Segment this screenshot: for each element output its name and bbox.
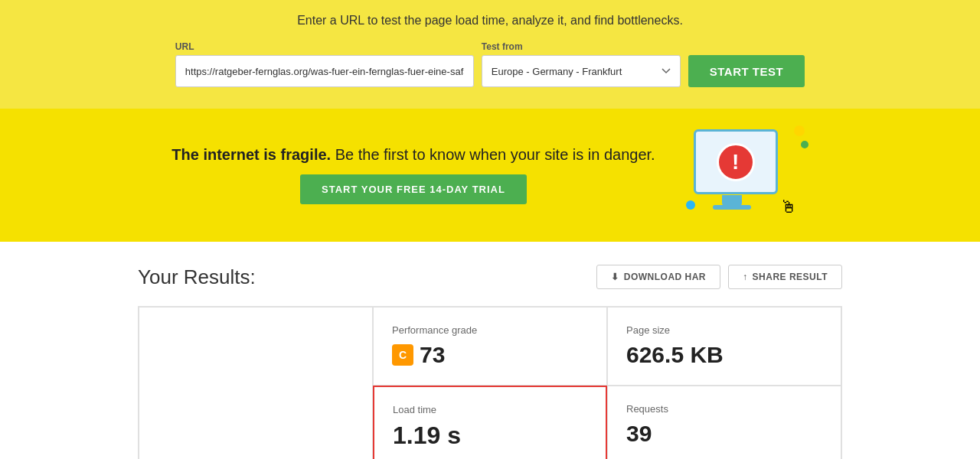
url-input[interactable] — [175, 55, 474, 87]
cursor-icon: 🖱 — [780, 197, 797, 217]
waterfall-cell — [139, 307, 373, 459]
download-icon: ⬇ — [611, 272, 619, 282]
promo-illustration: ! 🖱 — [686, 125, 808, 225]
performance-grade-value: C 73 — [392, 342, 445, 368]
load-time-label: Load time — [393, 404, 436, 415]
promo-headline: The internet is fragile. Be the first to… — [172, 146, 655, 164]
requests-cell: Requests 39 — [607, 386, 841, 459]
monitor-base — [713, 205, 751, 210]
results-title: Your Results: — [138, 265, 256, 289]
load-time-cell: Load time 1.19 s — [373, 386, 607, 459]
download-har-label: DOWNLOAD HAR — [624, 272, 706, 282]
requests-label: Requests — [626, 403, 668, 415]
url-label: URL — [175, 41, 194, 52]
load-time-value: 1.19 s — [393, 422, 461, 450]
test-from-select[interactable]: Europe - Germany - Frankfurt USA - New Y… — [482, 55, 681, 87]
metrics-grid: Performance grade C 73 Page size 626.5 K… — [138, 306, 842, 459]
requests-value: 39 — [626, 421, 652, 447]
grade-badge: C — [392, 344, 413, 366]
promo-headline-bold: The internet is fragile. — [172, 146, 331, 163]
promo-text-section: The internet is fragile. Be the first to… — [172, 146, 655, 204]
performance-grade-number: 73 — [420, 342, 445, 368]
alert-circle: ! — [717, 143, 755, 181]
results-header: Your Results: ⬇ DOWNLOAD HAR ↑ SHARE RES… — [138, 265, 842, 289]
share-result-button[interactable]: ↑ SHARE RESULT — [728, 265, 842, 289]
page-size-cell: Page size 626.5 KB — [607, 307, 841, 386]
test-from-label: Test from — [482, 41, 523, 52]
url-field-group: URL — [175, 41, 474, 87]
start-test-button[interactable]: START TEST — [688, 55, 805, 87]
results-actions: ⬇ DOWNLOAD HAR ↑ SHARE RESULT — [596, 265, 842, 289]
monitor-stand — [722, 195, 742, 206]
promo-headline-normal: Be the first to know when your site is i… — [331, 146, 655, 163]
performance-grade-cell: Performance grade C 73 — [373, 307, 607, 386]
top-banner: Enter a URL to test the page load time, … — [0, 0, 980, 109]
sparkle-3 — [686, 200, 695, 210]
page-size-value: 626.5 KB — [626, 342, 724, 368]
sparkle-2 — [801, 141, 808, 148]
performance-grade-label: Performance grade — [392, 324, 477, 336]
promo-banner: The internet is fragile. Be the first to… — [0, 109, 980, 242]
test-from-field-group: Test from Europe - Germany - Frankfurt U… — [482, 41, 681, 87]
url-form: URL Test from Europe - Germany - Frankfu… — [0, 41, 980, 87]
promo-cta-button[interactable]: START YOUR FREE 14-DAY TRIAL — [300, 174, 527, 204]
tagline: Enter a URL to test the page load time, … — [0, 14, 980, 28]
monitor-illustration: ! — [694, 129, 778, 194]
download-har-button[interactable]: ⬇ DOWNLOAD HAR — [596, 265, 720, 289]
results-section: Your Results: ⬇ DOWNLOAD HAR ↑ SHARE RES… — [0, 242, 980, 459]
sparkle-1 — [794, 125, 805, 136]
page-size-label: Page size — [626, 324, 670, 336]
share-result-label: SHARE RESULT — [753, 272, 828, 282]
share-icon: ↑ — [743, 272, 748, 282]
